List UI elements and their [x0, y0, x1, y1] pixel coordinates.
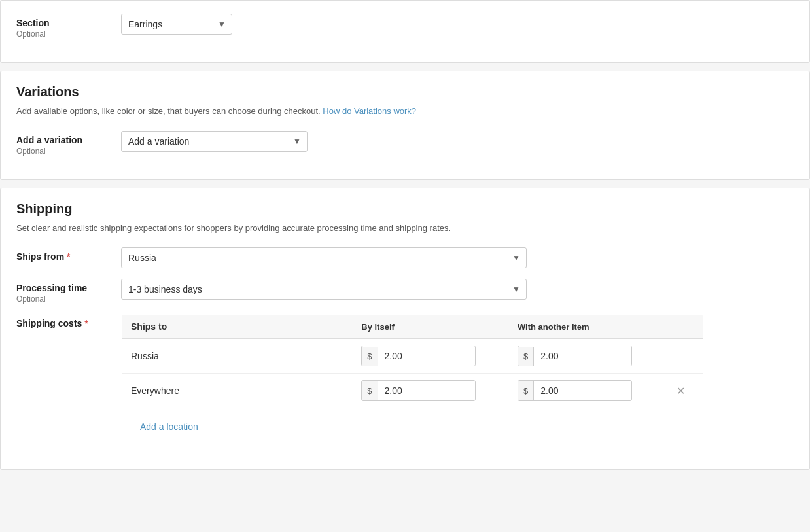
section-field-label: Section Optional: [16, 14, 121, 39]
variation-field-row: Add a variation Optional Add a variation…: [16, 131, 794, 156]
by-itself-input-everywhere[interactable]: [378, 381, 476, 400]
shipping-costs-required: *: [84, 318, 88, 328]
currency-symbol-1: $: [362, 347, 378, 366]
shipping-title: Shipping: [16, 202, 794, 217]
variations-title: Variations: [16, 84, 794, 99]
ships-from-select-wrapper: Russia United States United Kingdom Germ…: [121, 247, 527, 268]
row-with-another: $: [508, 339, 665, 374]
add-location-cell: Add a location: [122, 408, 703, 446]
processing-time-label-title: Processing time: [16, 283, 111, 293]
section-card: Section Optional Earrings Necklaces Brac…: [0, 0, 810, 63]
with-another-input-russia[interactable]: [534, 346, 631, 366]
processing-time-label: Processing time Optional: [16, 279, 121, 304]
shipping-table-header: Ships to By itself With another item: [122, 315, 703, 339]
shipping-costs-table: Ships to By itself With another item Rus…: [121, 314, 703, 446]
shipping-costs-label: Shipping costs *: [16, 314, 121, 328]
processing-time-select-wrapper: 1-3 business days 1-5 business days 1-2 …: [121, 279, 527, 300]
variation-select-wrapper: Add a variation Color Size Material ▼: [121, 131, 308, 152]
variations-help-link[interactable]: How do Variations work?: [323, 106, 416, 116]
row-with-another: $: [508, 374, 665, 408]
add-location-row: Add a location: [122, 408, 703, 446]
table-row: Everywhere $ $: [122, 374, 703, 408]
by-itself-input-wrapper: $: [361, 346, 476, 366]
with-another-input-wrapper: $: [518, 346, 632, 366]
section-select[interactable]: Earrings Necklaces Bracelets Rings: [121, 14, 232, 35]
row-action: [665, 339, 703, 374]
ships-from-label-title: Ships from *: [16, 251, 111, 262]
shipping-costs-control: Ships to By itself With another item Rus…: [121, 314, 794, 446]
ships-from-row: Ships from * Russia United States United…: [16, 247, 794, 268]
remove-row-button[interactable]: ✕: [674, 382, 688, 400]
by-itself-input-russia[interactable]: [378, 346, 476, 366]
section-label-optional: Optional: [16, 29, 111, 39]
variation-field-control: Add a variation Color Size Material ▼: [121, 131, 794, 152]
col-with-another: With another item: [508, 315, 665, 339]
variation-label-title: Add a variation: [16, 135, 111, 145]
row-by-itself: $: [352, 374, 508, 408]
currency-symbol-2: $: [518, 347, 534, 366]
table-row: Russia $ $: [122, 339, 703, 374]
processing-time-row: Processing time Optional 1-3 business da…: [16, 279, 794, 304]
by-itself-input-wrapper-2: $: [361, 380, 476, 401]
ships-from-label: Ships from *: [16, 247, 121, 262]
with-another-input-everywhere[interactable]: [534, 381, 631, 400]
variation-field-label: Add a variation Optional: [16, 131, 121, 156]
section-field-control: Earrings Necklaces Bracelets Rings ▼: [121, 14, 794, 35]
currency-symbol-3: $: [362, 381, 378, 400]
variation-select[interactable]: Add a variation Color Size Material: [121, 131, 308, 152]
ships-from-select[interactable]: Russia United States United Kingdom Germ…: [121, 247, 527, 268]
row-action-remove: ✕: [665, 374, 703, 408]
shipping-table-body: Russia $ $: [122, 339, 703, 446]
processing-time-optional: Optional: [16, 294, 111, 304]
col-action: [665, 315, 703, 339]
variations-description: Add available options, like color or siz…: [16, 105, 794, 118]
row-by-itself: $: [352, 339, 508, 374]
col-by-itself: By itself: [352, 315, 508, 339]
shipping-header-row: Ships to By itself With another item: [122, 315, 703, 339]
col-ships-to: Ships to: [122, 315, 353, 339]
shipping-card: Shipping Set clear and realistic shippin…: [0, 188, 810, 470]
page-container: Section Optional Earrings Necklaces Brac…: [0, 0, 810, 470]
processing-time-control: 1-3 business days 1-5 business days 1-2 …: [121, 279, 794, 300]
row-country: Russia: [122, 339, 353, 374]
ships-from-required: *: [67, 251, 70, 262]
section-field-row: Section Optional Earrings Necklaces Brac…: [16, 14, 794, 39]
shipping-costs-row: Shipping costs * Ships to By itself With…: [16, 314, 794, 446]
shipping-costs-label-title: Shipping costs *: [16, 318, 111, 328]
row-country: Everywhere: [122, 374, 353, 408]
processing-time-select[interactable]: 1-3 business days 1-5 business days 1-2 …: [121, 279, 527, 300]
variations-description-text: Add available options, like color or siz…: [16, 106, 321, 116]
with-another-input-wrapper-2: $: [518, 380, 632, 401]
shipping-description: Set clear and realistic shipping expecta…: [16, 222, 794, 235]
add-location-link[interactable]: Add a location: [131, 415, 207, 438]
variations-card: Variations Add available options, like c…: [0, 71, 810, 180]
section-label-title: Section: [16, 18, 111, 28]
variation-label-optional: Optional: [16, 147, 111, 156]
currency-symbol-4: $: [518, 381, 534, 400]
ships-from-control: Russia United States United Kingdom Germ…: [121, 247, 794, 268]
section-select-wrapper: Earrings Necklaces Bracelets Rings ▼: [121, 14, 232, 35]
